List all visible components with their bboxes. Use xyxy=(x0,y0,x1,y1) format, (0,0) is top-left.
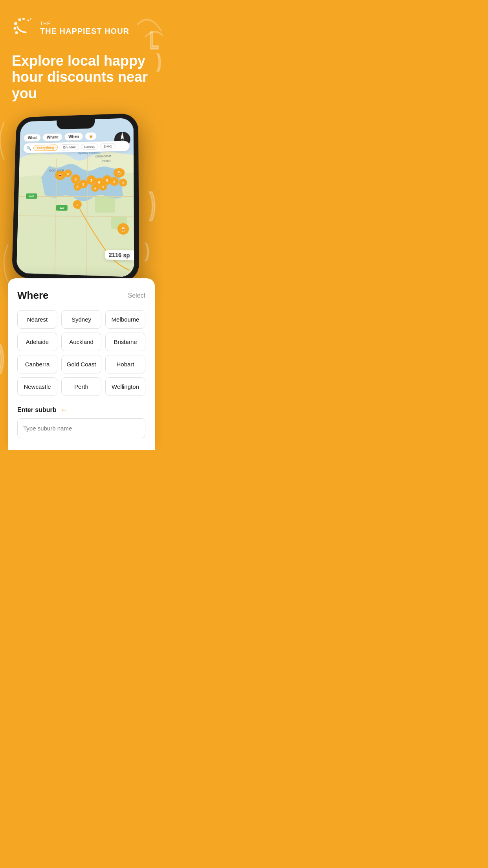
svg-point-6 xyxy=(14,27,17,30)
suburb-input[interactable] xyxy=(17,418,145,438)
map-specials-badge: 2116 sp xyxy=(105,250,134,260)
suburb-label: Enter suburb ← xyxy=(17,405,145,414)
svg-point-10 xyxy=(28,20,29,22)
sub-filter-latest[interactable]: Latest xyxy=(81,143,98,150)
svg-point-11 xyxy=(30,18,31,20)
filter-beer[interactable]: 🍺 xyxy=(85,132,97,140)
svg-text:POINT: POINT xyxy=(103,160,111,162)
svg-text:6: 6 xyxy=(98,180,100,184)
phone-map: 3 5 3 6 8 2 6 4 xyxy=(17,118,134,277)
phone-mockup-section: 3 5 3 6 8 2 6 4 xyxy=(0,113,163,286)
location-newcastle[interactable]: Newcastle xyxy=(17,377,57,396)
suburb-section: Enter suburb ← xyxy=(17,405,145,438)
filter-where[interactable]: Where xyxy=(43,133,63,142)
svg-text:): ) xyxy=(0,339,5,373)
svg-rect-17 xyxy=(95,197,115,213)
hero-headline: Explore local happy hour discounts near … xyxy=(0,41,163,101)
svg-text:3: 3 xyxy=(102,186,104,189)
filter-what[interactable]: What xyxy=(24,134,41,142)
sub-filter-241[interactable]: 2-4-1 xyxy=(100,143,116,150)
svg-text:🍺: 🍺 xyxy=(121,227,126,232)
svg-text:3: 3 xyxy=(90,178,92,182)
phone-mockup: 3 5 3 6 8 2 6 4 xyxy=(12,113,139,283)
phone-notch xyxy=(57,119,95,129)
svg-text:3: 3 xyxy=(75,177,77,181)
sub-filter-onnow[interactable]: On now xyxy=(59,144,79,151)
logo-text: the the Happiest Hour xyxy=(40,21,129,35)
svg-text:6: 6 xyxy=(77,186,79,189)
card-title: Where xyxy=(17,289,48,302)
svg-point-9 xyxy=(22,18,25,20)
where-card: Where Select Nearest Sydney Melbourne Ad… xyxy=(8,278,155,450)
location-hobart[interactable]: Hobart xyxy=(105,355,145,373)
location-sydney[interactable]: Sydney xyxy=(61,310,101,329)
svg-text:A40: A40 xyxy=(29,195,34,198)
svg-point-8 xyxy=(18,18,21,21)
svg-text:2: 2 xyxy=(122,181,124,185)
card-select-button[interactable]: Select xyxy=(128,292,145,299)
card-header: Where Select xyxy=(17,289,145,302)
svg-text:2: 2 xyxy=(67,172,69,176)
svg-text:5: 5 xyxy=(83,182,84,186)
svg-text:🍺: 🍺 xyxy=(117,171,121,176)
svg-text:4: 4 xyxy=(94,187,96,190)
app-header: the the Happiest Hour xyxy=(0,0,163,41)
svg-text:CREMORNE: CREMORNE xyxy=(95,155,112,158)
svg-text:A4: A4 xyxy=(60,206,64,210)
svg-point-5 xyxy=(14,22,17,25)
svg-text:WOOLWICH: WOOLWICH xyxy=(49,169,64,172)
location-canberra[interactable]: Canberra xyxy=(17,355,57,373)
location-nearest[interactable]: Nearest xyxy=(17,310,57,329)
logo-icon xyxy=(12,16,35,41)
location-brisbane[interactable]: Brisbane xyxy=(105,333,145,351)
filter-when[interactable]: When xyxy=(64,132,83,141)
location-auckland[interactable]: Auckland xyxy=(61,333,101,351)
location-melbourne[interactable]: Melbourne xyxy=(105,310,145,329)
suburb-arrow-icon: ← xyxy=(61,405,68,414)
location-adelaide[interactable]: Adelaide xyxy=(17,333,57,351)
location-perth[interactable]: Perth xyxy=(61,377,101,396)
sub-filter-everything[interactable]: Everything xyxy=(33,145,58,151)
phone-filter-ui: What Where When 🍺 🔍 Everything On now La… xyxy=(20,129,134,156)
phone-screen: 3 5 3 6 8 2 6 4 xyxy=(17,118,134,277)
svg-text:2: 2 xyxy=(113,180,115,184)
svg-text:8: 8 xyxy=(106,178,108,182)
location-goldcoast[interactable]: Gold Coast xyxy=(61,355,101,373)
svg-point-7 xyxy=(15,31,18,34)
location-wellington[interactable]: Wellington xyxy=(105,377,145,396)
svg-text:🍷: 🍷 xyxy=(58,173,62,178)
location-grid: Nearest Sydney Melbourne Adelaide Auckla… xyxy=(17,310,145,396)
